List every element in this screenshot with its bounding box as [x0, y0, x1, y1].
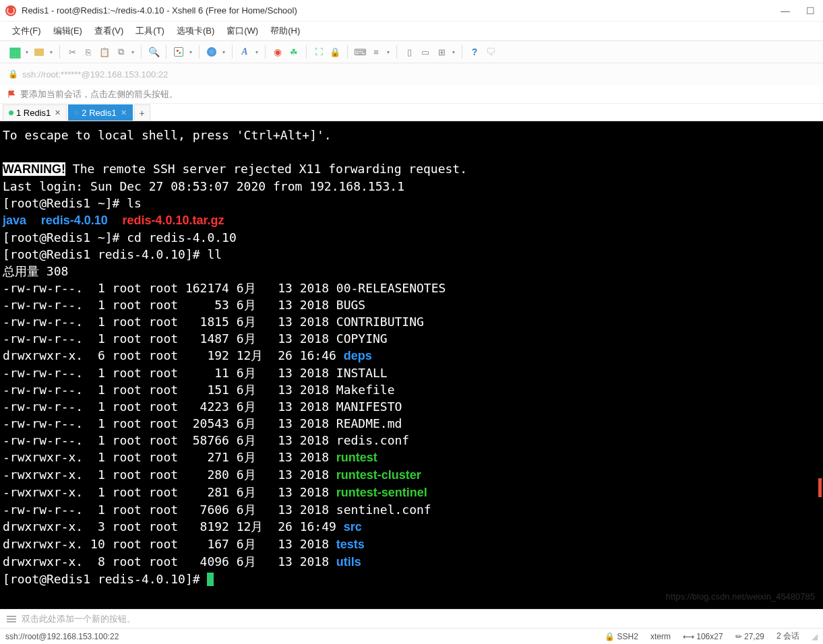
tile1-button[interactable]: ▯ — [402, 45, 416, 59]
window-title: Redis1 - root@Redis1:~/redis-4.0.10 - Xs… — [22, 5, 778, 15]
divider-icon — [462, 45, 462, 59]
docs-icon: ⧉ — [118, 46, 124, 57]
encoding-dropdown[interactable]: ▾ — [221, 45, 226, 59]
tile2-button[interactable]: ▭ — [419, 45, 432, 59]
docs-button[interactable]: ⧉ — [114, 45, 127, 59]
tab-label: 2 Redis1 — [82, 108, 116, 118]
paste-button[interactable]: 📋 — [98, 45, 111, 59]
fullscreen-button[interactable]: ⛶ — [312, 45, 326, 59]
divider-icon — [265, 45, 266, 59]
statusbar: ssh://root@192.168.153.100:22 🔒 SSH2 xte… — [0, 628, 823, 644]
status-dot-icon — [74, 110, 79, 115]
lines-dropdown[interactable]: ▾ — [386, 45, 391, 59]
status-sessions: 2 会话 — [776, 631, 799, 642]
hamburger-icon — [7, 616, 16, 622]
paste-icon: 📋 — [99, 47, 110, 57]
titlebar: Redis1 - root@Redis1:~/redis-4.0.10 - Xs… — [0, 0, 823, 22]
swirl-icon: ◉ — [274, 46, 282, 57]
maximize-button[interactable]: ☐ — [803, 3, 818, 19]
new-session-dropdown[interactable]: ▾ — [24, 45, 30, 59]
menu-help[interactable]: 帮助(H) — [270, 25, 300, 37]
address-text: ssh://root:******@192.168.153.100:22 — [22, 69, 168, 79]
lock-icon: 🔒 — [8, 69, 18, 79]
menu-tools[interactable]: 工具(T) — [135, 25, 164, 37]
lines-icon: ≡ — [373, 47, 379, 57]
xshell-button[interactable]: ◉ — [271, 45, 284, 59]
search-icon: 🔍 — [148, 46, 160, 57]
menu-view[interactable]: 查看(V) — [94, 25, 123, 37]
tabstrip: 1 Redis1 ✕ 2 Redis1 ✕ + — [0, 104, 823, 121]
keyboard-icon: ⌨ — [354, 47, 367, 57]
color-button[interactable] — [172, 45, 185, 59]
encoding-button[interactable] — [205, 45, 218, 59]
status-cursor: ✏ 27,29 — [735, 632, 764, 641]
add-tab-button[interactable]: + — [134, 104, 150, 121]
open-dropdown[interactable]: ▾ — [49, 45, 54, 59]
divider-icon — [199, 45, 200, 59]
chat-button[interactable]: 🗨 — [484, 45, 497, 59]
divider-icon — [59, 45, 60, 59]
menu-tabs[interactable]: 选项卡(B) — [177, 25, 214, 37]
sessionbar[interactable]: 双击此处添加一个新的按钮。 — [0, 609, 823, 628]
font-dropdown[interactable]: ▾ — [254, 45, 260, 59]
tile-v-icon: ▭ — [421, 47, 429, 57]
help-icon: ? — [472, 46, 478, 57]
infobar: 要添加当前会话，点击左侧的箭头按钮。 — [0, 85, 823, 104]
help-button[interactable]: ? — [468, 45, 481, 59]
open-button[interactable] — [32, 45, 46, 59]
tab-label: 1 Redis1 — [16, 108, 51, 118]
plus-icon: ▦ — [9, 44, 22, 60]
status-address: ssh://root@192.168.153.100:22 — [5, 632, 119, 641]
tile-h-icon: ▯ — [407, 47, 412, 57]
font-icon: A — [241, 46, 247, 57]
tab-close-button[interactable]: ✕ — [121, 108, 127, 117]
font-button[interactable]: A — [238, 45, 251, 59]
cut-button[interactable]: ✂ — [65, 45, 79, 59]
menu-window[interactable]: 窗口(W) — [226, 25, 258, 37]
xftp-icon: ☘ — [290, 47, 298, 57]
status-dot-icon — [9, 110, 13, 115]
app-icon — [5, 5, 16, 16]
lines-button[interactable]: ≡ — [369, 45, 383, 59]
divider-icon — [166, 45, 166, 59]
menu-file[interactable]: 文件(F) — [12, 25, 41, 37]
copy-button[interactable]: ⎘ — [82, 45, 95, 59]
keyboard-button[interactable]: ⌨ — [353, 45, 367, 59]
scroll-indicator-icon — [818, 478, 822, 497]
tab-close-button[interactable]: ✕ — [55, 108, 61, 117]
menu-edit[interactable]: 编辑(E) — [53, 25, 82, 37]
scissors-icon: ✂ — [69, 47, 76, 57]
addressbar[interactable]: 🔒 ssh://root:******@192.168.153.100:22 — [0, 63, 823, 85]
folder-icon — [34, 49, 44, 56]
lock-icon: 🔒 — [605, 632, 615, 641]
watermark: https://blog.csdn.net/weixin_45480785 — [666, 588, 815, 605]
status-resize-grip[interactable]: ◢ — [812, 632, 818, 641]
tab-redis1-2[interactable]: 2 Redis1 ✕ — [68, 104, 132, 121]
status-size: ⟷ 106x27 — [683, 632, 723, 641]
lock-icon: 🔒 — [330, 47, 340, 57]
color-dropdown[interactable]: ▾ — [188, 45, 193, 59]
tab-redis1-1[interactable]: 1 Redis1 ✕ — [3, 104, 67, 121]
expand-icon: ⛶ — [315, 47, 323, 57]
docs-dropdown[interactable]: ▾ — [130, 45, 135, 59]
divider-icon — [347, 45, 348, 59]
globe-icon — [207, 47, 216, 57]
menubar: 文件(F) 编辑(E) 查看(V) 工具(T) 选项卡(B) 窗口(W) 帮助(… — [0, 22, 823, 40]
divider-icon — [306, 45, 307, 59]
tile3-button[interactable]: ⊞ — [435, 45, 448, 59]
search-button[interactable]: 🔍 — [147, 45, 160, 59]
divider-icon — [396, 45, 397, 59]
tile-dropdown[interactable]: ▾ — [451, 45, 456, 59]
copy-icon: ⎘ — [86, 47, 91, 57]
flag-icon — [8, 90, 16, 98]
info-text: 要添加当前会话，点击左侧的箭头按钮。 — [20, 88, 178, 100]
terminal[interactable]: To escape to local shell, press 'Ctrl+Al… — [0, 121, 823, 609]
new-session-button[interactable]: ▦ — [8, 45, 22, 59]
color-scheme-icon — [174, 47, 183, 57]
status-ssh: 🔒 SSH2 — [605, 632, 638, 641]
divider-icon — [232, 45, 233, 59]
lock-button[interactable]: 🔒 — [328, 45, 342, 59]
xftp-button[interactable]: ☘ — [287, 45, 301, 59]
minimize-button[interactable]: — — [778, 3, 793, 19]
sessionbar-hint: 双击此处添加一个新的按钮。 — [22, 613, 135, 625]
